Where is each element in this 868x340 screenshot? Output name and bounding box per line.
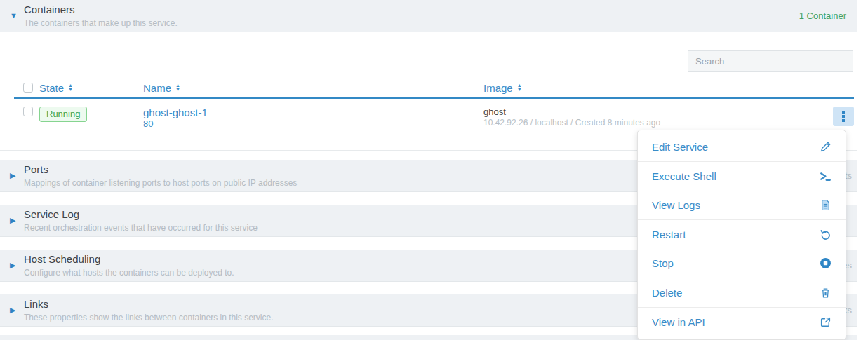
kebab-dot [842, 119, 845, 122]
row-actions-menu: Edit Service Execute Shell View Logs [637, 130, 846, 340]
menu-item-label: View Logs [652, 199, 700, 211]
external-link-icon [820, 316, 832, 328]
menu-item-label: View in API [652, 316, 705, 328]
image-name: ghost [483, 107, 823, 118]
section-title: Containers [24, 4, 75, 15]
column-header-label: Name [143, 82, 171, 94]
container-port-link[interactable]: 80 [143, 118, 483, 129]
menu-item-label: Restart [652, 229, 686, 240]
menu-item-delete[interactable]: Delete [638, 278, 846, 307]
section-title: Service Log [24, 208, 79, 220]
menu-item-restart[interactable]: Restart [638, 220, 846, 249]
row-checkbox[interactable] [23, 107, 33, 116]
section-subtitle: Configure what hosts the containers can … [24, 268, 234, 278]
search-input[interactable] [688, 50, 853, 72]
sort-icon[interactable]: ▲▼ [517, 83, 522, 92]
caret-down-icon[interactable]: ▼ [10, 11, 18, 20]
select-all-checkbox[interactable] [23, 83, 33, 93]
status-badge: Running [39, 107, 87, 122]
kebab-dot [842, 111, 845, 114]
column-header-state[interactable]: State ▲▼ [39, 82, 73, 94]
section-title: Links [24, 298, 48, 310]
container-name-link[interactable]: ghost-ghost-1 [143, 107, 483, 118]
section-title: Ports [24, 163, 48, 175]
row-actions-kebab-button[interactable] [833, 107, 854, 126]
menu-item-execute-shell[interactable]: Execute Shell [638, 162, 846, 191]
column-header-label: Image [483, 82, 513, 94]
menu-item-view-logs[interactable]: View Logs [638, 191, 846, 219]
shell-icon [820, 170, 832, 182]
section-title: Host Scheduling [24, 253, 100, 265]
pencil-icon [820, 141, 832, 153]
column-header-image[interactable]: Image ▲▼ [483, 82, 522, 94]
section-subtitle: These properties show the links between … [24, 313, 274, 322]
caret-right-icon[interactable]: ▶ [10, 216, 15, 225]
kebab-dot [842, 115, 845, 118]
containers-section-header[interactable]: ▼ Containers The containers that make up… [0, 0, 857, 32]
trash-icon [820, 287, 832, 299]
sort-icon[interactable]: ▲▼ [175, 83, 180, 92]
menu-item-label: Delete [652, 287, 682, 299]
menu-item-label: Stop [652, 257, 674, 269]
menu-item-label: Edit Service [652, 141, 708, 153]
caret-right-icon[interactable]: ▶ [10, 171, 15, 180]
table-header-row: State ▲▼ Name ▲▼ Image ▲▼ [14, 79, 854, 99]
column-header-name[interactable]: Name ▲▼ [143, 82, 180, 94]
caret-right-icon[interactable]: ▶ [10, 261, 15, 270]
menu-item-view-in-api[interactable]: View in API [638, 308, 846, 336]
container-count-badge: 1 Container [799, 11, 846, 21]
file-icon [820, 199, 832, 211]
menu-item-edit-service[interactable]: Edit Service [638, 132, 846, 161]
sort-icon[interactable]: ▲▼ [68, 83, 73, 92]
column-header-label: State [39, 82, 64, 94]
table-row: Running ghost-ghost-1 80 ghost 10.42.92.… [14, 99, 854, 129]
menu-item-label: Execute Shell [652, 170, 716, 182]
section-subtitle: The containers that make up this service… [24, 18, 178, 28]
section-subtitle: Recent orchestration events that have oc… [24, 223, 258, 233]
menu-item-stop[interactable]: Stop [638, 249, 846, 278]
image-meta: 10.42.92.26 / localhost / Created 8 minu… [483, 118, 823, 128]
containers-table: State ▲▼ Name ▲▼ Image ▲▼ Running ghost-… [14, 79, 854, 129]
stop-icon [820, 257, 832, 269]
section-subtitle: Mappings of container listening ports to… [24, 178, 297, 188]
caret-right-icon[interactable]: ▶ [10, 306, 15, 315]
restart-icon [820, 229, 832, 240]
